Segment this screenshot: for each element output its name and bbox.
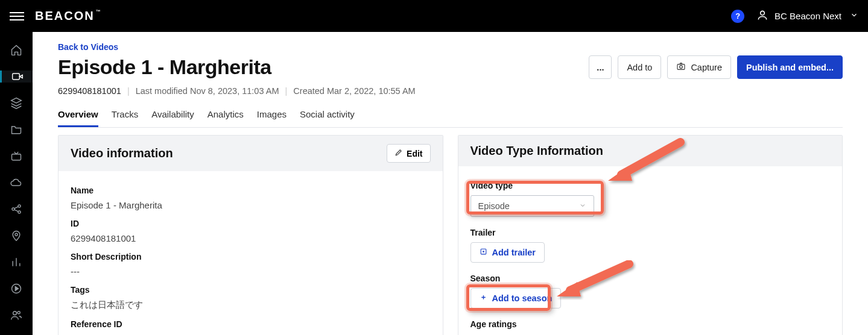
tab-overview[interactable]: Overview [58, 104, 98, 127]
nav-videos[interactable] [0, 70, 33, 83]
tab-tracks[interactable]: Tracks [112, 104, 138, 127]
left-nav [0, 32, 33, 335]
plus-box-icon [480, 248, 487, 257]
nav-location[interactable] [0, 230, 33, 242]
name-value: Episode 1 - Margherita [71, 200, 431, 210]
nav-analytics[interactable] [0, 256, 33, 268]
plus-icon [480, 293, 487, 303]
id-value: 6299408181001 [71, 233, 431, 243]
chevron-down-icon [847, 11, 858, 22]
nav-users[interactable] [0, 309, 33, 321]
more-actions-button[interactable]: ... [589, 55, 612, 79]
add-trailer-button[interactable]: Add trailer [470, 242, 545, 263]
svg-marker-9 [15, 287, 18, 291]
video-type-title: Video Type Information [470, 144, 603, 158]
user-menu[interactable]: BC Beacon Next [756, 9, 858, 23]
age-ratings-label: Age ratings [470, 319, 831, 329]
tab-availability[interactable]: Availability [151, 104, 194, 127]
camera-icon [676, 61, 686, 73]
video-info-title: Video information [71, 146, 173, 160]
nav-tv[interactable] [0, 150, 33, 162]
nav-share[interactable] [0, 203, 33, 215]
chevron-down-icon [579, 201, 586, 211]
nav-play[interactable] [0, 283, 33, 295]
edit-button[interactable]: Edit [387, 144, 430, 163]
meta-line: 6299408181001 | Last modified Nov 8, 202… [58, 86, 843, 96]
video-type-value: Episode [478, 201, 510, 211]
svg-rect-13 [677, 64, 685, 70]
svg-rect-3 [12, 154, 21, 160]
modified-date: Last modified Nov 8, 2023, 11:03 AM [136, 86, 279, 96]
svg-rect-1 [12, 74, 19, 80]
trailer-label: Trailer [470, 228, 831, 237]
tags-value: これは日本語です [71, 299, 431, 311]
tags-label: Tags [71, 285, 431, 295]
svg-point-0 [761, 11, 765, 15]
back-link[interactable]: Back to Videos [58, 42, 118, 52]
brand-logo: BEACON™ [35, 9, 102, 23]
video-id: 6299408181001 [58, 86, 121, 96]
edit-label: Edit [407, 149, 422, 158]
add-to-season-label: Add to season [492, 293, 553, 303]
nav-folder[interactable] [0, 124, 33, 136]
svg-point-10 [13, 312, 17, 315]
add-to-button[interactable]: Add to [618, 55, 661, 79]
page-title: Episode 1 - Margherita [58, 55, 271, 79]
add-trailer-label: Add trailer [492, 248, 536, 257]
short-desc-value: --- [71, 266, 431, 277]
pencil-icon [394, 148, 403, 158]
tabs: Overview Tracks Availability Analytics I… [58, 104, 843, 128]
svg-point-14 [680, 66, 683, 69]
tab-analytics[interactable]: Analytics [207, 104, 244, 127]
svg-point-7 [15, 233, 17, 236]
tab-social[interactable]: Social activity [300, 104, 355, 127]
menu-icon[interactable] [10, 9, 24, 23]
capture-label: Capture [691, 63, 722, 72]
user-name: BC Beacon Next [775, 11, 841, 21]
video-info-panel: Video information Edit Name Episode 1 - … [58, 135, 443, 335]
user-icon [756, 9, 768, 23]
nav-layers[interactable] [0, 97, 33, 109]
nav-home[interactable] [0, 44, 33, 56]
svg-point-11 [17, 312, 20, 314]
created-date: Created Mar 2, 2022, 10:55 AM [293, 86, 415, 96]
id-label: ID [71, 219, 431, 228]
main-content: Back to Videos Episode 1 - Margherita ..… [33, 32, 868, 335]
video-type-select[interactable]: Episode [470, 195, 594, 217]
help-icon[interactable]: ? [731, 10, 744, 23]
video-type-panel: Video Type Information Video type Episod… [458, 135, 843, 335]
page-actions: ... Add to Capture Publish and embed... [589, 55, 843, 79]
ref-id-label: Reference ID [71, 319, 431, 329]
short-desc-label: Short Description [71, 252, 431, 261]
publish-button[interactable]: Publish and embed... [737, 55, 843, 79]
tab-images[interactable]: Images [257, 104, 287, 127]
add-to-season-button[interactable]: Add to season [470, 288, 562, 308]
svg-marker-2 [11, 98, 22, 103]
nav-cloud[interactable] [0, 177, 33, 189]
top-bar: BEACON™ ? BC Beacon Next [0, 0, 868, 32]
video-type-label: Video type [470, 181, 831, 190]
name-label: Name [71, 186, 431, 195]
season-label: Season [470, 274, 831, 283]
capture-button[interactable]: Capture [667, 55, 731, 79]
